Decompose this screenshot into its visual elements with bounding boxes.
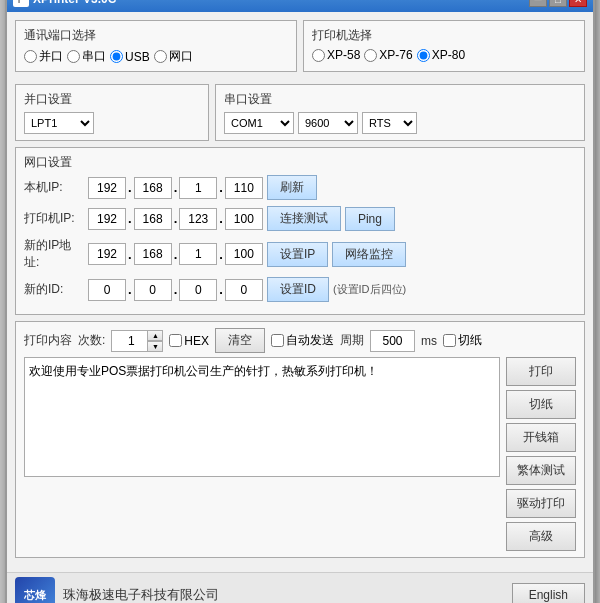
local-ip-4[interactable] <box>225 177 263 199</box>
title-bar-left: P XPrinter V3.0C <box>13 0 116 7</box>
cut-paper-button[interactable]: 切纸 <box>506 390 576 419</box>
printer-xp80-label: XP-80 <box>432 48 465 62</box>
comm-serial-option[interactable]: 串口 <box>67 48 106 65</box>
hex-label: HEX <box>184 334 209 348</box>
new-ip-1[interactable] <box>88 243 126 265</box>
hex-checkbox-label[interactable]: HEX <box>169 334 209 348</box>
cash-drawer-button[interactable]: 开钱箱 <box>506 423 576 452</box>
print-textarea[interactable]: 欢迎使用专业POS票据打印机公司生产的针打，热敏系列打印机！ <box>24 357 500 477</box>
printer-ip-4[interactable] <box>225 208 263 230</box>
comm-serial-radio[interactable] <box>67 50 80 63</box>
new-ip-dot-1: . <box>128 247 132 262</box>
print-buttons: 打印 切纸 开钱箱 繁体测试 驱动打印 高级 <box>506 357 576 551</box>
new-id-dot-3: . <box>219 282 223 297</box>
printer-ip-row: 打印机IP: . . . 连接测试 Ping <box>24 206 576 231</box>
refresh-button[interactable]: 刷新 <box>267 175 317 200</box>
local-ip-2[interactable] <box>134 177 172 199</box>
minimize-button[interactable]: ─ <box>529 0 547 7</box>
clear-button[interactable]: 清空 <box>215 328 265 353</box>
new-id-label: 新的ID: <box>24 281 84 298</box>
printer-ip-3[interactable] <box>179 208 217 230</box>
parallel-port-section: 并口设置 LPT1 <box>15 84 209 141</box>
cut-checkbox[interactable] <box>443 334 456 347</box>
company-info: 芯烽 珠海极速电子科技有限公司 <box>15 577 219 603</box>
spin-up-button[interactable]: ▲ <box>147 330 163 341</box>
printer-ip-2[interactable] <box>134 208 172 230</box>
comm-parallel-option[interactable]: 并口 <box>24 48 63 65</box>
new-id-row: 新的ID: . . . 设置ID (设置ID后四位) <box>24 277 576 302</box>
auto-send-label[interactable]: 自动发送 <box>271 332 334 349</box>
new-ip-dot-2: . <box>174 247 178 262</box>
new-id-1[interactable] <box>88 279 126 301</box>
comm-network-radio[interactable] <box>154 50 167 63</box>
company-logo: 芯烽 <box>15 577 55 603</box>
count-label: 次数: <box>78 332 105 349</box>
new-id-inputs: . . . <box>88 279 263 301</box>
cut-label: 切纸 <box>458 332 482 349</box>
local-ip-row: 本机IP: . . . 刷新 <box>24 175 576 200</box>
comm-usb-radio[interactable] <box>110 50 123 63</box>
set-id-button[interactable]: 设置ID <box>267 277 329 302</box>
new-ip-3[interactable] <box>179 243 217 265</box>
new-ip-inputs: . . . <box>88 243 263 265</box>
local-ip-3[interactable] <box>179 177 217 199</box>
printer-xp80-option[interactable]: XP-80 <box>417 48 465 62</box>
local-ip-1[interactable] <box>88 177 126 199</box>
count-input[interactable] <box>111 330 151 352</box>
comm-parallel-radio[interactable] <box>24 50 37 63</box>
auto-send-checkbox[interactable] <box>271 334 284 347</box>
printer-xp76-radio[interactable] <box>364 49 377 62</box>
hex-checkbox[interactable] <box>169 334 182 347</box>
printer-xp80-radio[interactable] <box>417 49 430 62</box>
local-ip-inputs: . . . <box>88 177 263 199</box>
new-ip-dot-3: . <box>219 247 223 262</box>
set-ip-button[interactable]: 设置IP <box>267 242 328 267</box>
new-ip-4[interactable] <box>225 243 263 265</box>
auto-send-text: 自动发送 <box>286 332 334 349</box>
comm-usb-label: USB <box>125 50 150 64</box>
printer-ip-1[interactable] <box>88 208 126 230</box>
full-test-button[interactable]: 繁体测试 <box>506 456 576 485</box>
comm-port-options: 并口 串口 USB 网口 <box>24 48 288 65</box>
new-id-2[interactable] <box>134 279 172 301</box>
new-ip-2[interactable] <box>134 243 172 265</box>
new-id-dot-2: . <box>174 282 178 297</box>
serial-port-select[interactable]: COM1 <box>224 112 294 134</box>
cut-checkbox-label[interactable]: 切纸 <box>443 332 482 349</box>
print-button[interactable]: 打印 <box>506 357 576 386</box>
main-window: P XPrinter V3.0C ─ □ ✕ 通讯端口选择 并口 <box>5 0 595 603</box>
new-id-3[interactable] <box>179 279 217 301</box>
ping-button[interactable]: Ping <box>345 207 395 231</box>
close-button[interactable]: ✕ <box>569 0 587 7</box>
comm-network-option[interactable]: 网口 <box>154 48 193 65</box>
printer-xp76-label: XP-76 <box>379 48 412 62</box>
new-id-4[interactable] <box>225 279 263 301</box>
print-controls: 打印内容 次数: ▲ ▼ HEX 清空 自动发送 <box>24 328 576 353</box>
english-button[interactable]: English <box>512 583 585 603</box>
app-icon: P <box>13 0 29 7</box>
printer-ip-dot-2: . <box>174 211 178 226</box>
connect-test-button[interactable]: 连接测试 <box>267 206 341 231</box>
printer-ip-label: 打印机IP: <box>24 210 84 227</box>
baud-rate-select[interactable]: 9600 <box>298 112 358 134</box>
spin-down-button[interactable]: ▼ <box>147 341 163 352</box>
new-id-dot-1: . <box>128 282 132 297</box>
period-unit: ms <box>421 334 437 348</box>
advanced-button[interactable]: 高级 <box>506 522 576 551</box>
set-id-note: (设置ID后四位) <box>333 282 406 297</box>
comm-network-label: 网口 <box>169 48 193 65</box>
count-spinner: ▲ ▼ <box>111 330 163 352</box>
period-input[interactable] <box>370 330 415 352</box>
flow-control-select[interactable]: RTS <box>362 112 417 134</box>
printer-xp58-label: XP-58 <box>327 48 360 62</box>
printer-select-section: 打印机选择 XP-58 XP-76 XP-80 <box>303 20 585 72</box>
comm-usb-option[interactable]: USB <box>110 50 150 64</box>
printer-xp58-option[interactable]: XP-58 <box>312 48 360 62</box>
logo-text: 芯烽 <box>24 588 46 603</box>
printer-xp76-option[interactable]: XP-76 <box>364 48 412 62</box>
driver-print-button[interactable]: 驱动打印 <box>506 489 576 518</box>
parallel-port-select[interactable]: LPT1 <box>24 112 94 134</box>
printer-xp58-radio[interactable] <box>312 49 325 62</box>
maximize-button[interactable]: □ <box>549 0 567 7</box>
network-monitor-button[interactable]: 网络监控 <box>332 242 406 267</box>
